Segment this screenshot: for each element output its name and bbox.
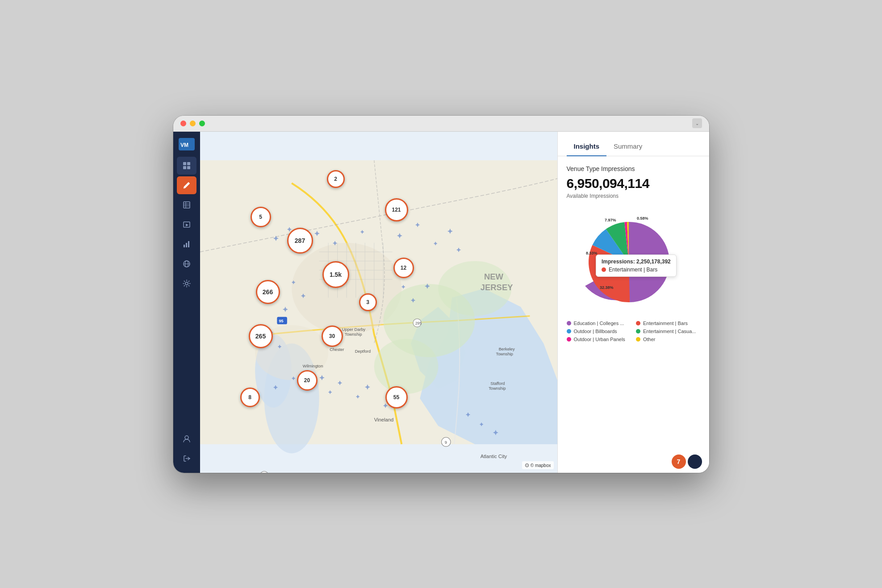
legend-dot-leg4 [636,329,640,334]
svg-point-30 [374,339,438,394]
sidebar-item-user[interactable] [177,430,196,448]
svg-point-27 [255,325,328,380]
svg-rect-11 [184,245,185,247]
svg-text:8.33%: 8.33% [586,251,598,255]
svg-text:✦: ✦ [434,241,437,246]
svg-text:JERSEY: JERSEY [480,283,513,292]
settings-icon [183,279,191,288]
analytics-icon [183,240,191,248]
notification-badge[interactable]: 7 [672,455,686,469]
svg-text:✦: ✦ [292,376,295,381]
venue-type-title: Venue Type Impressions [567,165,700,172]
close-button[interactable] [180,121,186,126]
svg-text:NEW: NEW [484,271,503,281]
svg-text:✦: ✦ [337,379,342,386]
svg-rect-5 [187,166,190,169]
svg-text:✦: ✦ [305,243,309,248]
svg-rect-13 [188,241,189,247]
svg-rect-12 [186,243,187,247]
svg-rect-3 [187,162,190,165]
svg-text:✦: ✦ [360,229,364,234]
right-panel: Insights Summary Venue Type Impressions … [557,132,709,473]
tab-insights[interactable]: Insights [567,139,607,156]
svg-text:✦: ✦ [415,221,420,228]
svg-text:✦: ✦ [479,421,483,426]
legend-item-leg3: Outdoor | Billboards [567,329,631,334]
svg-text:✦: ✦ [287,226,291,233]
minimize-button[interactable] [190,121,196,126]
user-avatar[interactable] [688,455,702,469]
device-frame: ⌄ VM [173,116,709,473]
mapbox-attribution: ⊙ © mapbox [522,461,554,469]
sidebar-item-table[interactable] [177,196,196,214]
maximize-button[interactable] [199,121,205,126]
svg-text:32.38%: 32.38% [600,285,614,290]
svg-text:Vineland: Vineland [374,417,393,422]
edit-icon [183,181,191,189]
map-svg: NEW JERSEY Upper Darby Township Chester … [200,132,557,473]
map-area[interactable]: NEW JERSEY Upper Darby Township Chester … [200,132,557,473]
svg-text:Wilmington: Wilmington [302,363,323,368]
sidebar-item-logout[interactable] [177,450,196,467]
user-icon [183,435,191,443]
svg-text:49.62%: 49.62% [656,261,669,265]
collapse-button[interactable]: ⌄ [692,118,702,128]
svg-text:✦: ✦ [383,402,388,409]
pie-chart-svg: 49.62% 32.38% 8.33% 7.97% 0.58% [571,206,696,313]
svg-text:✦: ✦ [392,390,396,395]
svg-point-17 [185,282,188,285]
svg-text:295: 295 [415,321,422,325]
svg-text:✦: ✦ [268,329,273,335]
sidebar-item-settings[interactable] [177,275,196,292]
svg-text:✦: ✦ [333,240,337,246]
svg-text:Berkeley: Berkeley [498,346,514,351]
svg-text:✦: ✦ [273,234,279,242]
tab-summary[interactable]: Summary [606,139,649,156]
sidebar-logo: VM [178,137,196,151]
svg-text:✦: ✦ [410,297,415,304]
svg-text:Deptford: Deptford [355,349,370,353]
legend-dot-leg5 [567,337,571,342]
legend: Education | Colleges ...Entertainment | … [567,321,700,342]
svg-text:✦: ✦ [465,412,470,418]
panel-footer: 7 [558,450,709,473]
legend-dot-leg1 [567,321,571,325]
svg-text:0.58%: 0.58% [637,216,648,221]
title-bar: ⌄ [173,116,709,132]
sidebar: VM [173,132,200,473]
legend-item-leg1: Education | Colleges ... [567,321,631,326]
svg-text:✦: ✦ [301,292,305,299]
svg-rect-2 [183,162,186,165]
svg-text:VM: VM [180,142,188,148]
app-container: VM [173,132,709,473]
svg-text:9: 9 [444,440,447,444]
svg-text:Township: Township [496,351,513,356]
legend-dot-leg3 [567,329,571,334]
window-buttons [180,121,205,126]
sidebar-item-media[interactable] [177,216,196,234]
table-icon [183,201,191,209]
svg-text:✦: ✦ [278,344,281,349]
svg-text:✦: ✦ [401,284,405,289]
svg-text:✦: ✦ [447,228,452,235]
svg-text:✦: ✦ [397,232,402,239]
sidebar-item-edit[interactable] [177,176,196,194]
sidebar-item-globe[interactable] [177,255,196,273]
panel-content: Venue Type Impressions 6,950,094,114 Ava… [558,156,709,450]
svg-text:Township: Township [345,332,362,336]
svg-text:✦: ✦ [355,394,359,399]
svg-text:Township: Township [489,386,506,390]
svg-text:✦: ✦ [424,283,430,290]
svg-text:✦: ✦ [493,429,498,436]
svg-text:Stafford: Stafford [490,381,505,385]
sidebar-item-dashboard[interactable] [177,157,196,175]
panel-tabs: Insights Summary [558,132,709,156]
main-content: NEW JERSEY Upper Darby Township Chester … [200,132,709,473]
svg-rect-4 [183,166,186,169]
legend-item-leg5: Outdoor | Urban Panels [567,337,631,342]
legend-dot-leg6 [636,337,640,342]
svg-text:✦: ✦ [319,374,324,381]
sidebar-item-analytics[interactable] [177,235,196,253]
svg-text:Atlantic City: Atlantic City [480,453,507,459]
media-icon [183,221,191,229]
